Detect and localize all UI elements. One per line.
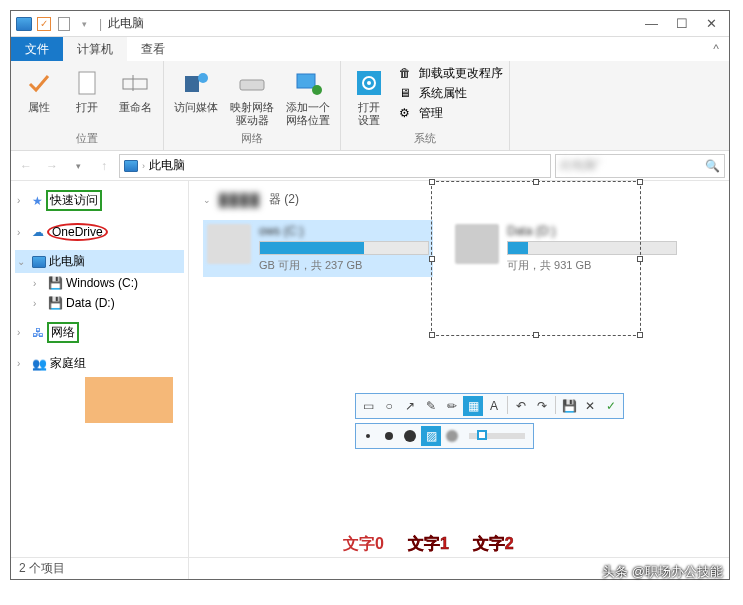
ribbon-sysprops[interactable]: 🖥系统属性 [399,85,503,102]
window-title: 此电脑 [108,15,144,32]
mosaic-style[interactable]: ▨ [421,426,441,446]
ribbon-rename[interactable]: 重命名 [113,65,157,129]
media-icon [180,67,212,99]
tool-pen[interactable]: ✎ [421,396,441,416]
tool-oval[interactable]: ○ [379,396,399,416]
svg-rect-3 [185,76,199,92]
content-header[interactable]: ⌄ ████ 器 (2) [203,191,715,208]
tree-windowsc[interactable]: ›💾Windows (C:) [15,273,184,293]
ribbon-manage[interactable]: ⚙管理 [399,105,503,122]
up-button[interactable]: ↑ [93,155,115,177]
tool-mosaic[interactable]: ▦ [463,396,483,416]
tool-confirm[interactable]: ✓ [601,396,621,416]
star-icon: ★ [32,194,43,208]
tool-cancel[interactable]: ✕ [580,396,600,416]
ribbon-open-settings[interactable]: 打开 设置 [347,65,391,129]
tab-computer[interactable]: 计算机 [63,37,127,61]
watermark: 头条 @职场办公技能 [602,563,723,581]
tree-quickaccess[interactable]: ›★快速访问 [15,187,184,214]
rename-icon [119,67,151,99]
svg-rect-6 [297,74,315,88]
svg-rect-5 [240,80,264,90]
tool-text[interactable]: A [484,396,504,416]
blur-style[interactable] [442,426,462,446]
ribbon-add-netloc[interactable]: 添加一个 网络位置 [282,65,334,129]
annotation-toolbar: ▭ ○ ↗ ✎ ✏ ▦ A ↶ ↷ 💾 ✕ ✓ [355,393,624,419]
cloud-icon: ☁ [32,225,44,239]
computer-icon [32,256,46,268]
qat-check-icon[interactable]: ✓ [35,15,53,33]
svg-rect-1 [123,79,147,89]
address-path: 此电脑 [149,157,185,174]
properties-icon: 🖥 [399,86,415,102]
ribbon-map-drive[interactable]: 映射网络 驱动器 [226,65,278,129]
manage-icon: ⚙ [399,106,415,122]
tab-file[interactable]: 文件 [11,37,63,61]
svg-rect-0 [79,72,95,94]
ribbon-uninstall[interactable]: 🗑卸载或更改程序 [399,65,503,82]
menubar: 文件 计算机 查看 ^ [11,37,729,61]
tool-redo[interactable]: ↷ [532,396,552,416]
homegroup-icon: 👥 [32,357,47,371]
text-sample-2: 文字2 [473,534,514,555]
size-medium[interactable] [379,426,399,446]
text-sample-0: 文字0 [343,534,384,555]
address-input[interactable]: › 此电脑 [119,154,551,178]
nav-sidebar: ›★快速访问 ›☁OneDrive ⌄此电脑 ›💾Windows (C:) ›💾… [11,181,189,579]
qat-document-icon[interactable] [55,15,73,33]
drive-c[interactable]: ows (C:) GB 可用，共 237 GB [203,220,433,277]
address-bar: ← → ▾ ↑ › 此电脑 此电脑" 🔍 [11,151,729,181]
ribbon-group-network: 网络 [170,129,334,146]
size-large[interactable] [400,426,420,446]
svg-point-7 [312,85,322,95]
forward-button[interactable]: → [41,155,63,177]
ribbon: 属性 打开 重命名 位置 访问媒体 [11,61,729,151]
ribbon-open[interactable]: 打开 [65,65,109,129]
text-sample-1: 文字1 [408,534,449,555]
network-location-icon [292,67,324,99]
ribbon-group-location: 位置 [17,129,157,146]
tree-onedrive[interactable]: ›☁OneDrive [15,220,184,244]
tree-datad[interactable]: ›💾Data (D:) [15,293,184,313]
drive-usage-bar [507,241,677,255]
svg-point-10 [367,81,371,85]
ribbon-group-system: 系统 [347,129,503,146]
annotation-block [85,377,173,423]
uninstall-icon: 🗑 [399,66,415,82]
tree-thispc[interactable]: ⌄此电脑 [15,250,184,273]
drive-icon: 💾 [48,296,63,310]
drive-icon [236,67,268,99]
content-area: ⌄ ████ 器 (2) ows (C:) GB 可用，共 237 GB Da [189,181,729,579]
drive-icon [455,224,499,264]
minimize-button[interactable]: — [645,16,658,31]
search-input[interactable]: 此电脑" 🔍 [555,154,725,178]
history-dropdown[interactable]: ▾ [67,155,89,177]
tool-undo[interactable]: ↶ [511,396,531,416]
brush-size-toolbar: ▨ [355,423,534,449]
size-slider[interactable] [469,433,525,439]
drive-icon: 💾 [48,276,63,290]
tree-network[interactable]: ›🖧网络 [15,319,184,346]
back-button[interactable]: ← [15,155,37,177]
tool-rect[interactable]: ▭ [358,396,378,416]
titlebar: ✓ ▾ | 此电脑 — ☐ ✕ [11,11,729,37]
drive-d[interactable]: Data (D:) 可用，共 931 GB [451,220,681,277]
close-button[interactable]: ✕ [706,16,717,31]
tool-arrow[interactable]: ↗ [400,396,420,416]
svg-point-4 [198,73,208,83]
qat-dropdown-icon[interactable]: ▾ [75,15,93,33]
ribbon-access-media[interactable]: 访问媒体 [170,65,222,129]
maximize-button[interactable]: ☐ [676,16,688,31]
size-small[interactable] [358,426,378,446]
computer-icon [124,160,138,172]
drive-usage-bar [259,241,429,255]
ribbon-properties[interactable]: 属性 [17,65,61,129]
collapse-ribbon-button[interactable]: ^ [703,37,729,61]
tree-homegroup[interactable]: ›👥家庭组 [15,352,184,375]
document-icon [71,67,103,99]
tool-marker[interactable]: ✏ [442,396,462,416]
tool-save[interactable]: 💾 [559,396,579,416]
tab-view[interactable]: 查看 [127,37,179,61]
item-count: 2 个项目 [19,560,65,577]
network-icon: 🖧 [32,326,44,340]
